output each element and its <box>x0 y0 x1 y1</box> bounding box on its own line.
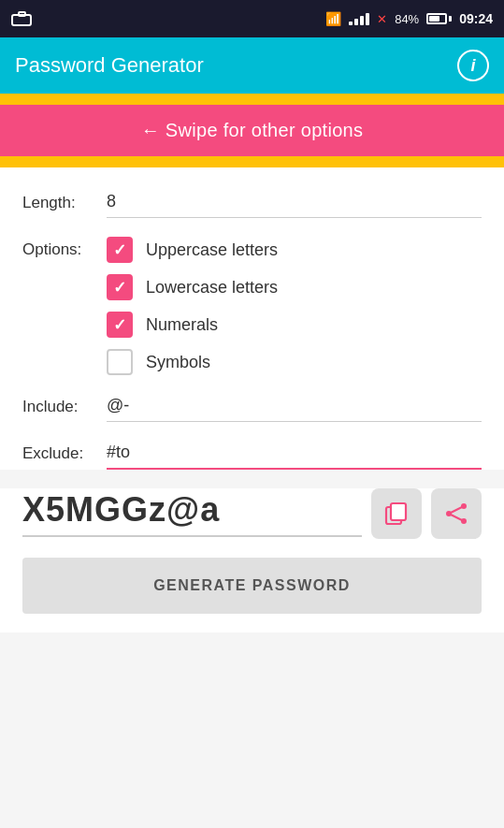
wifi-icon: 📶 <box>325 11 341 26</box>
app-header: Password Generator i <box>0 37 504 94</box>
svg-line-7 <box>449 506 464 514</box>
yellow-stripe-bottom <box>0 156 504 167</box>
option-uppercase-label: Uppercase letters <box>146 240 278 260</box>
options-label: Options: <box>22 237 107 259</box>
option-lowercase-label: Lowercase letters <box>146 278 278 298</box>
exclude-row: Exclude: <box>22 441 482 470</box>
status-right: 📶 ✕ 84% 09:24 <box>325 11 493 26</box>
photo-icon <box>11 11 32 26</box>
include-label: Include: <box>22 394 107 416</box>
status-time: 09:24 <box>459 11 493 26</box>
length-value-wrap <box>107 190 482 218</box>
status-bar: 📶 ✕ 84% 09:24 <box>0 0 504 37</box>
copy-button[interactable] <box>371 488 422 539</box>
battery-icon <box>426 13 452 24</box>
exclude-label: Exclude: <box>22 441 107 463</box>
copy-icon <box>384 501 409 526</box>
battery-percent: 84% <box>395 12 419 26</box>
generated-password: X5MGGz@a <box>22 490 362 537</box>
info-button[interactable]: i <box>457 50 489 81</box>
checkbox-uppercase[interactable] <box>107 237 133 263</box>
option-numerals[interactable]: Numerals <box>107 312 482 338</box>
status-left <box>11 11 32 26</box>
signal-bars <box>349 13 369 25</box>
yellow-stripe-top <box>0 94 504 105</box>
length-label: Length: <box>22 190 107 212</box>
include-input[interactable] <box>107 394 482 422</box>
swipe-banner-text: ← Swipe for other options <box>141 120 364 141</box>
length-input[interactable] <box>107 190 482 218</box>
app-title: Password Generator <box>15 53 204 78</box>
no-signal-icon: ✕ <box>377 12 387 26</box>
main-content: Length: Options: Uppercase letters Lower… <box>0 167 504 470</box>
option-lowercase[interactable]: Lowercase letters <box>107 274 482 300</box>
share-icon <box>444 501 468 526</box>
checkbox-symbols[interactable] <box>107 349 133 375</box>
include-row: Include: <box>22 394 482 422</box>
checkbox-lowercase[interactable] <box>107 274 133 300</box>
password-area: X5MGGz@a <box>0 488 504 539</box>
svg-rect-3 <box>391 503 406 520</box>
exclude-value-wrap <box>107 441 482 470</box>
svg-line-8 <box>449 514 464 521</box>
include-value-wrap <box>107 394 482 422</box>
generate-button[interactable]: GENERATE PASSWORD <box>22 558 482 614</box>
swipe-banner[interactable]: ← Swipe for other options <box>0 105 504 156</box>
generate-btn-wrap: GENERATE PASSWORD <box>0 539 504 632</box>
options-list: Uppercase letters Lowercase letters Nume… <box>107 237 482 375</box>
length-row: Length: <box>22 190 482 218</box>
option-symbols-label: Symbols <box>146 353 210 372</box>
option-symbols[interactable]: Symbols <box>107 349 482 375</box>
exclude-input[interactable] <box>107 441 482 470</box>
checkbox-numerals[interactable] <box>107 312 133 338</box>
share-button[interactable] <box>431 488 482 539</box>
option-numerals-label: Numerals <box>146 315 218 335</box>
option-uppercase[interactable]: Uppercase letters <box>107 237 482 263</box>
options-row: Options: Uppercase letters Lowercase let… <box>22 237 482 375</box>
